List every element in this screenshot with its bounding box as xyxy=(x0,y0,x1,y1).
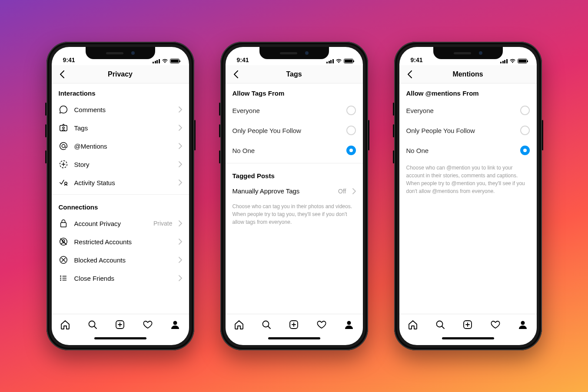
search-icon xyxy=(435,319,445,330)
row-label: Blocked Accounts xyxy=(74,256,173,264)
svg-point-4 xyxy=(64,182,67,185)
status-time: 9:41 xyxy=(63,56,75,63)
page-title: Mentions xyxy=(452,70,483,78)
wifi-icon xyxy=(162,59,168,63)
cellular-icon xyxy=(500,59,508,63)
row-mentions[interactable]: @Mentions xyxy=(52,137,189,155)
chevron-right-icon xyxy=(179,179,182,186)
battery-icon xyxy=(344,59,353,63)
phone-notch xyxy=(259,47,329,59)
comment-icon xyxy=(59,105,68,114)
row-label: Story xyxy=(74,161,173,168)
tags-content: Allow Tags From Everyone Only People You… xyxy=(226,83,363,314)
chevron-right-icon xyxy=(179,161,182,167)
tab-bar xyxy=(226,314,363,335)
row-manually-approve[interactable]: Manually Approve Tags Off xyxy=(226,183,363,199)
chevron-right-icon xyxy=(352,188,356,194)
status-indicators xyxy=(500,59,527,63)
chevron-right-icon xyxy=(179,275,182,281)
svg-rect-0 xyxy=(60,126,67,131)
section-allow-tags: Allow Tags From xyxy=(226,83,363,100)
radio-following[interactable]: Only People You Follow xyxy=(399,120,537,140)
status-time: 9:41 xyxy=(411,56,423,63)
svg-point-11 xyxy=(60,279,61,281)
battery-icon xyxy=(170,59,179,63)
svg-point-1 xyxy=(62,127,64,129)
chevron-right-icon xyxy=(179,106,182,113)
chevron-right-icon xyxy=(179,125,182,131)
tab-search[interactable] xyxy=(87,319,98,330)
chevron-right-icon xyxy=(179,220,182,226)
nav-header: Privacy xyxy=(52,65,189,83)
svg-point-9 xyxy=(60,276,61,277)
home-icon xyxy=(234,319,244,330)
radio-control[interactable] xyxy=(346,106,356,115)
close-friends-icon xyxy=(59,273,68,283)
radio-control[interactable] xyxy=(346,126,356,135)
tab-new-post[interactable] xyxy=(288,319,299,330)
home-indicator[interactable] xyxy=(399,335,537,345)
activity-icon xyxy=(59,178,68,187)
chevron-left-icon xyxy=(233,70,239,78)
row-story[interactable]: Story xyxy=(52,155,189,173)
back-button[interactable] xyxy=(231,69,241,80)
search-icon xyxy=(261,319,272,330)
profile-icon xyxy=(344,319,354,330)
tab-profile[interactable] xyxy=(169,319,181,330)
radio-noone[interactable]: No One xyxy=(226,140,363,160)
row-tags[interactable]: Tags xyxy=(52,119,189,137)
plus-square-icon xyxy=(462,319,473,330)
row-label: Comments xyxy=(74,106,173,113)
tab-activity[interactable] xyxy=(142,319,153,330)
radio-label: Everyone xyxy=(233,107,260,114)
chevron-left-icon xyxy=(60,70,65,78)
back-button[interactable] xyxy=(57,69,67,80)
tab-home[interactable] xyxy=(407,319,419,330)
tab-search[interactable] xyxy=(261,319,272,330)
heart-icon xyxy=(143,319,153,330)
row-account-privacy[interactable]: Account Privacy Private xyxy=(52,214,189,233)
tab-activity[interactable] xyxy=(490,319,501,330)
radio-control[interactable] xyxy=(520,106,530,115)
radio-everyone[interactable]: Everyone xyxy=(226,100,363,120)
tab-home[interactable] xyxy=(60,319,71,330)
row-restricted[interactable]: Restricted Accounts xyxy=(52,233,189,251)
home-icon xyxy=(408,319,418,330)
row-value: Private xyxy=(153,220,173,227)
plus-square-icon xyxy=(289,319,299,330)
tab-new-post[interactable] xyxy=(114,319,126,330)
divider xyxy=(226,163,363,163)
tab-home[interactable] xyxy=(233,319,245,330)
section-allow-mentions: Allow @mentions From xyxy=(399,83,537,100)
back-button[interactable] xyxy=(405,69,415,80)
at-icon xyxy=(59,141,68,151)
row-blocked[interactable]: Blocked Accounts xyxy=(52,251,189,269)
status-indicators xyxy=(153,59,179,63)
tab-new-post[interactable] xyxy=(462,319,473,330)
row-activity-status[interactable]: Activity Status xyxy=(52,173,189,192)
radio-following[interactable]: Only People You Follow xyxy=(226,120,363,140)
radio-control[interactable] xyxy=(520,126,530,135)
tab-search[interactable] xyxy=(435,319,446,330)
radio-control[interactable] xyxy=(520,146,530,155)
row-comments[interactable]: Comments xyxy=(52,100,189,119)
tab-bar xyxy=(399,314,537,335)
radio-noone[interactable]: No One xyxy=(399,140,537,160)
radio-everyone[interactable]: Everyone xyxy=(399,100,537,120)
wifi-icon xyxy=(336,59,342,63)
svg-point-20 xyxy=(521,321,525,325)
tab-activity[interactable] xyxy=(316,319,327,330)
tab-profile[interactable] xyxy=(343,319,355,330)
home-indicator[interactable] xyxy=(226,335,363,345)
home-indicator[interactable] xyxy=(52,335,189,345)
mentions-caption: Choose who can @mention you to link to y… xyxy=(399,160,537,195)
svg-point-17 xyxy=(347,321,351,325)
radio-control[interactable] xyxy=(346,146,356,155)
phone-mockup-mentions: 9:41 Mentions Allow @mentions From Every… xyxy=(394,42,542,350)
row-label: Tags xyxy=(74,124,173,132)
tab-profile[interactable] xyxy=(517,319,528,330)
row-close-friends[interactable]: Close Friends xyxy=(52,269,189,287)
cellular-icon xyxy=(326,59,334,63)
row-label: Activity Status xyxy=(74,179,173,186)
profile-icon xyxy=(170,319,180,330)
